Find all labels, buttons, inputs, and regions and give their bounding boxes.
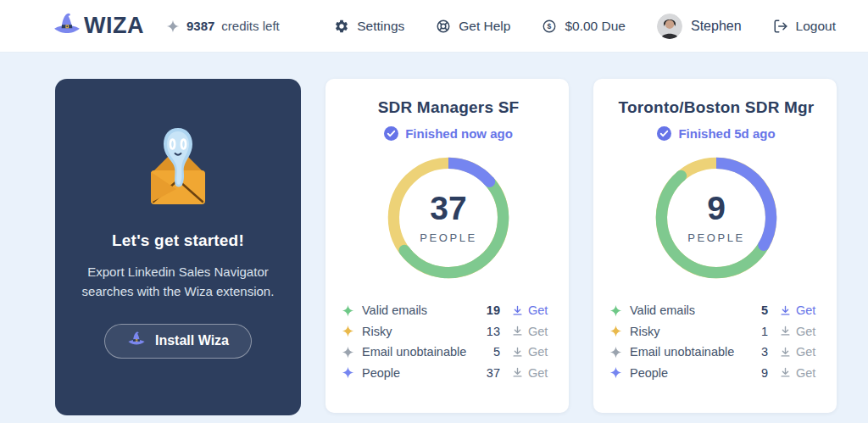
stat-label: People [362,366,400,380]
download-icon [779,366,792,379]
get-help-button[interactable]: Get Help [436,19,510,34]
download-icon [779,304,792,317]
category-sparkle-icon [609,304,622,317]
job-title: SDR Managers SF [378,98,520,117]
stat-row-valid-emails: Valid emails 5 Get [609,300,824,321]
stat-row-email-unobtainable: Email unobtainable 5 Get [341,342,556,363]
check-circle-icon [384,126,398,141]
category-sparkle-icon [341,304,354,317]
credits-count: 9387 [186,19,214,33]
get-download-link[interactable]: Get [511,366,556,380]
stat-value: 13 [487,325,500,338]
life-ring-icon [436,19,451,34]
dashboard-content: Let's get started! Export Linkedin Sales… [0,53,868,415]
wizard-hat-icon [53,12,81,41]
stat-row-risky: Risky 1 Get [609,321,824,342]
settings-label: Settings [357,19,404,34]
wiza-logo[interactable]: WIZA [53,12,144,41]
stat-label: Risky [630,325,659,338]
job-status-label: Finished 5d ago [678,126,775,141]
job-status: Finished 5d ago [657,126,775,141]
download-icon [779,346,792,359]
get-label: Get [528,303,548,317]
people-count-label: PEOPLE [687,231,745,244]
get-download-link[interactable]: Get [511,325,556,338]
billing-due-button[interactable]: $ $0.00 Due [542,19,626,34]
stat-label: Risky [362,325,392,338]
stat-label: Email unobtainable [630,345,734,359]
get-label: Get [796,325,815,338]
stat-row-valid-emails: Valid emails 19 Get [341,300,556,321]
job-status-label: Finished now ago [405,126,513,141]
avatar [657,14,682,39]
get-download-link[interactable]: Get [779,345,824,359]
stat-label: People [630,366,668,380]
download-icon [511,304,524,317]
credits-label: credits left [221,19,279,33]
results-list: Valid emails 19 Get Risky 13 Get Email u… [341,300,556,383]
category-sparkle-icon [341,366,354,379]
get-started-card: Let's get started! Export Linkedin Sales… [55,79,301,415]
people-donut-chart: 37 PEOPLE [384,153,513,282]
download-icon [779,325,792,337]
people-count: 9 [707,192,726,225]
get-started-description: Export Linkedin Sales Navigator searches… [79,262,277,302]
category-sparkle-icon [609,346,622,359]
stat-row-risky: Risky 13 Get [341,321,556,342]
stat-value: 37 [487,366,500,380]
people-count-label: PEOPLE [420,231,477,244]
people-donut-chart: 9 PEOPLE [652,153,781,282]
stat-value: 5 [493,345,500,359]
user-menu[interactable]: Stephen [657,14,742,39]
category-sparkle-icon [609,366,622,379]
username-label: Stephen [691,19,742,34]
people-count: 37 [430,192,466,225]
stat-row-people: People 9 Get [609,363,824,384]
wizard-hat-icon [127,331,146,351]
get-download-link[interactable]: Get [779,366,824,380]
get-label: Get [528,345,548,359]
settings-button[interactable]: Settings [334,19,404,34]
get-started-title: Let's get started! [112,231,244,250]
dollar-circle-icon: $ [542,19,557,34]
download-icon [511,366,524,379]
credits-indicator: 9387 credits left [166,19,280,33]
get-label: Get [528,325,548,338]
category-sparkle-icon [609,325,622,337]
get-label: Get [796,345,815,359]
credits-sparkle-icon [166,19,180,33]
get-download-link[interactable]: Get [511,345,556,359]
download-icon [511,325,524,337]
job-card-sdr-managers-sf: SDR Managers SF Finished now ago 37 PEOP… [326,79,569,413]
get-download-link[interactable]: Get [779,325,824,338]
get-download-link[interactable]: Get [779,303,824,317]
get-label: Get [796,303,815,317]
stat-value: 1 [761,325,768,338]
app-header: WIZA 9387 credits left Settings Get Help… [0,0,868,53]
job-status: Finished now ago [384,126,513,141]
header-nav: Settings Get Help $ $0.00 Due Stephen [334,14,836,39]
ghost-envelope-illustration [127,118,229,209]
get-help-label: Get Help [459,19,510,34]
stat-value: 3 [761,345,768,359]
get-label: Get [796,366,815,380]
stat-label: Valid emails [630,303,695,317]
stat-value: 19 [487,303,500,317]
stat-value: 5 [761,303,768,317]
svg-text:$: $ [548,22,552,31]
stat-label: Valid emails [362,303,427,317]
stat-label: Email unobtainable [362,345,466,359]
brand-name: WIZA [84,13,144,39]
get-download-link[interactable]: Get [511,303,556,317]
category-sparkle-icon [341,325,354,337]
stat-row-email-unobtainable: Email unobtainable 3 Get [609,342,824,363]
get-label: Get [528,366,548,380]
logout-label: Logout [796,19,836,34]
install-wiza-button[interactable]: Install Wiza [104,324,252,359]
check-circle-icon [657,126,671,141]
stat-row-people: People 37 Get [341,363,556,384]
logout-icon [773,19,788,34]
download-icon [511,346,524,359]
logout-button[interactable]: Logout [773,19,836,34]
category-sparkle-icon [341,346,354,359]
